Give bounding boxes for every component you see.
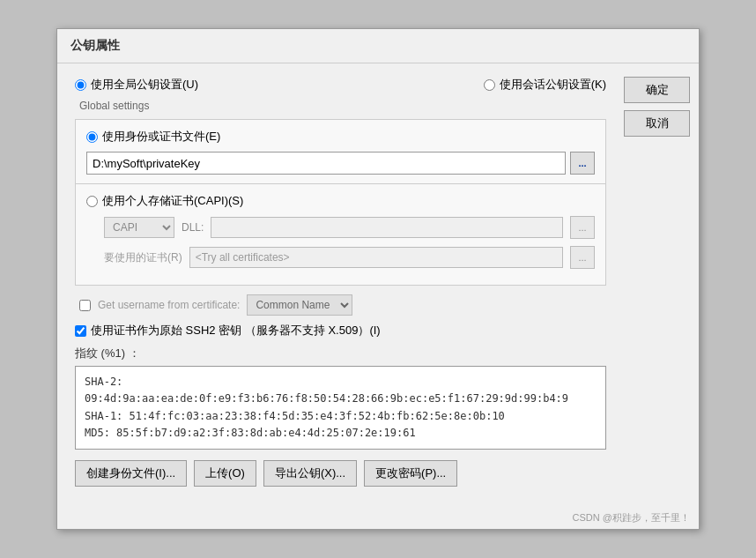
- export-pubkey-button[interactable]: 导出公钥(X)...: [263, 460, 357, 487]
- radio-capi-label[interactable]: 使用个人存储证书(CAPI)(S): [86, 193, 595, 209]
- top-radio-row: 使用全局公钥设置(U) 使用会话公钥设置(K): [75, 77, 606, 97]
- capi-row: CAPI DLL: ...: [104, 216, 595, 239]
- common-name-select[interactable]: Common Name: [247, 294, 352, 316]
- radio-session-text: 使用会话公钥设置(K): [500, 77, 606, 93]
- radio-global-text: 使用全局公钥设置(U): [91, 77, 198, 93]
- dll-label: DLL:: [182, 221, 204, 234]
- file-path-row: ...: [86, 152, 595, 175]
- radio-cert-file-label[interactable]: 使用身份或证书文件(E): [86, 129, 595, 145]
- fingerprint-sha2: SHA-2: 09:4d:9a:aa:ea:de:0f:e9:f3:b6:76:…: [85, 374, 597, 407]
- capi-select[interactable]: CAPI: [104, 217, 174, 238]
- radio-session-input[interactable]: [484, 79, 495, 91]
- radio-capi-input[interactable]: [86, 196, 98, 207]
- cert-use-label: 要使用的证书(R): [104, 250, 182, 265]
- radio-session-label[interactable]: 使用会话公钥设置(K): [484, 77, 606, 93]
- fingerprint-sha1: SHA-1: 51:4f:fc:03:aa:23:38:f4:5d:35:e4:…: [85, 408, 597, 425]
- cert-file-input[interactable]: [86, 152, 566, 175]
- change-password-button[interactable]: 更改密码(P)...: [364, 460, 457, 487]
- global-settings-label: Global settings: [79, 100, 606, 112]
- cancel-button[interactable]: 取消: [624, 110, 690, 137]
- fingerprint-md5: MD5: 85:5f:b7:d9:a2:3f:83:8d:ab:e4:4d:25…: [85, 425, 597, 442]
- dialog: 公钥属性 使用全局公钥设置(U) 使用会话公钥设置(K) Global sett…: [56, 28, 700, 530]
- ok-button[interactable]: 确定: [624, 77, 690, 103]
- radio-cert-file-text: 使用身份或证书文件(E): [102, 129, 220, 145]
- watermark: CSDN @积跬步，至千里！: [57, 509, 699, 529]
- cert-use-row: 要使用的证书(R) ...: [104, 246, 595, 269]
- main-panel: 使用全局公钥设置(U) 使用会话公钥设置(K) Global settings …: [57, 63, 619, 509]
- cert-browse-button[interactable]: ...: [570, 152, 595, 175]
- fingerprint-box: SHA-2: 09:4d:9a:aa:ea:de:0f:e9:f3:b6:76:…: [75, 366, 606, 450]
- upload-button[interactable]: 上传(O): [194, 460, 256, 487]
- side-panel: 确定 取消: [619, 63, 699, 509]
- radio-global-input[interactable]: [75, 79, 86, 91]
- dll-input[interactable]: [211, 217, 563, 238]
- cert-use-input[interactable]: [189, 247, 563, 268]
- bottom-buttons: 创建身份文件(I)... 上传(O) 导出公钥(X)... 更改密码(P)...: [75, 460, 606, 495]
- radio-cert-file-input[interactable]: [86, 131, 98, 143]
- create-identity-button[interactable]: 创建身份文件(I)...: [75, 460, 187, 487]
- dll-browse-button[interactable]: ...: [570, 216, 595, 239]
- cert-use-browse-button[interactable]: ...: [570, 246, 595, 269]
- radio-capi-text: 使用个人存储证书(CAPI)(S): [102, 193, 243, 209]
- ssh2-label: 使用证书作为原始 SSH2 密钥 （服务器不支持 X.509）(I): [91, 323, 381, 339]
- ssh2-row: 使用证书作为原始 SSH2 密钥 （服务器不支持 X.509）(I): [75, 323, 606, 339]
- ssh2-checkbox[interactable]: [75, 325, 86, 337]
- get-username-label: Get username from certificate:: [98, 299, 240, 311]
- cert-file-section: 使用身份或证书文件(E): [86, 129, 595, 145]
- fingerprint-label: 指纹 (%1) ：: [75, 346, 606, 361]
- get-username-checkbox[interactable]: [79, 300, 91, 311]
- dialog-title: 公钥属性: [57, 29, 699, 63]
- username-row: Get username from certificate: Common Na…: [79, 294, 606, 316]
- radio-global-label[interactable]: 使用全局公钥设置(U): [75, 77, 198, 93]
